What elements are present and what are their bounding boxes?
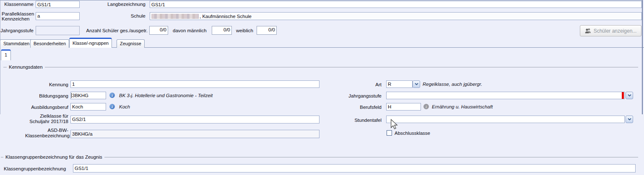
chevron-down-icon [415, 83, 418, 85]
ausbildungsberuf-info-icon[interactable]: i [109, 104, 115, 109]
kennungsdaten-legend: Kennungsdaten [7, 64, 45, 69]
klassengruppen-input[interactable]: GS1/1 [73, 164, 636, 172]
ausbildungsberuf-input[interactable]: Koch [70, 103, 106, 111]
kennung-label: Kennung [25, 82, 68, 88]
zielklasse-label-line2: Schuljahr 2017/18 [25, 119, 68, 124]
berufsfeld-hint: Ernährung u. Hauswirtschaft [432, 104, 493, 110]
bildungsgang-hint: BK 3-j. Hotellerie und Gastronomie - Tei… [119, 93, 213, 98]
text-caret [71, 93, 72, 98]
bildungsgang-input[interactable]: 3BKHG [70, 92, 106, 99]
jahrgangsstufe-combobox[interactable] [386, 92, 625, 99]
asdbw-label-line2: Klassenbezeichnung [25, 133, 68, 139]
art-label: Art [340, 82, 382, 88]
stundentafel-label: Stundentafel [340, 118, 382, 123]
art-dropdown-button[interactable] [413, 80, 420, 88]
berufsfeld-info-icon: i [423, 104, 429, 109]
ausbildungsberuf-hint: Koch [119, 104, 130, 110]
subtab-1[interactable]: 1 [1, 49, 11, 60]
chevron-down-icon [628, 94, 631, 97]
kennungsdaten-groupline [3, 67, 638, 67]
validation-marker [622, 92, 624, 99]
asdbw-label-line1: ASD-BW- [25, 128, 68, 133]
art-hint: Regelklasse, auch jgübergr. [423, 82, 482, 87]
abschlussklasse-checkbox[interactable] [387, 130, 392, 136]
berufsfeld-input[interactable]: H [386, 103, 421, 111]
chevron-down-icon [628, 118, 631, 121]
abschlussklasse-label: Abschlussklasse [395, 131, 430, 136]
stundentafel-dropdown-button[interactable] [626, 116, 633, 123]
jahrgangsstufe-dropdown-button[interactable] [626, 92, 633, 99]
berufsfeld-label: Berufsfeld [340, 105, 382, 110]
zeugnis-legend: Klassengruppenbezeichnung für das Zeugni… [3, 154, 104, 160]
bildungsgang-info-icon[interactable]: i [109, 93, 115, 98]
klassengruppen-label: Klassengruppenbezeichnung [4, 166, 66, 172]
kennung-input[interactable]: 1 [70, 80, 319, 88]
zielklasse-label-line1: Zielklasse für [25, 113, 68, 119]
ausbildungsberuf-label: Ausbildungsberuf [25, 105, 68, 110]
bildungsgang-label: Bildungsgang [25, 93, 68, 99]
zielklasse-input[interactable]: GS2/1 [70, 116, 319, 124]
asdbw-input: 3BKHG/a [70, 130, 319, 138]
tab-klasse-ngruppen[interactable]: Klasse/-ngruppen [69, 38, 112, 48]
art-combobox[interactable]: R [386, 80, 413, 88]
stundentafel-combobox[interactable] [386, 116, 625, 123]
mouse-cursor [390, 119, 398, 131]
jahrgangsstufe-label: Jahrgangsstufe [340, 93, 382, 99]
